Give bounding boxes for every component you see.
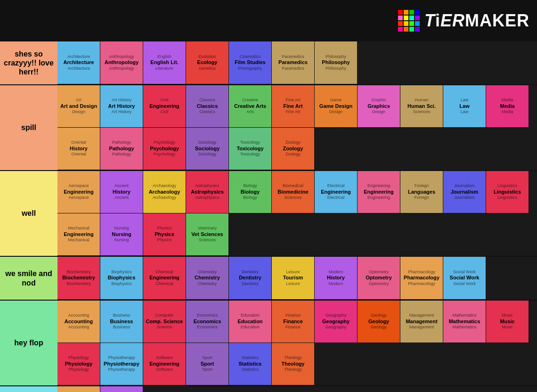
subject-cell[interactable]: EngineeringEngineeringEngineering <box>358 171 400 213</box>
subject-top-label: Education <box>241 313 260 318</box>
subject-cell[interactable]: ArchitectureArchitectureArchitecture <box>57 41 100 84</box>
subject-cell[interactable]: PsychologyPsychologyPsychology <box>143 128 186 170</box>
subject-main-label: Engineering <box>149 361 179 367</box>
subject-cell[interactable]: AnthropologyAnthropologyAnthropology <box>100 41 143 84</box>
subject-cell[interactable]: StatisticsStatisticsStatistics <box>229 343 272 385</box>
subject-cell[interactable]: PhilosophyPhilosophyPhilosophy <box>315 41 358 84</box>
subject-cell[interactable]: SportSportSport <box>186 343 229 385</box>
subject-cell[interactable]: EvolutionEcologyGenetics <box>186 41 229 84</box>
subject-cell[interactable]: ToxicologyToxicologyToxicology <box>229 128 272 170</box>
subject-cell[interactable]: ForeignLanguagesForeign <box>400 171 443 213</box>
subject-cell[interactable]: MediaMediaMedia <box>486 85 529 128</box>
subject-cell[interactable]: HumanHuman Sci.Sciences <box>400 85 443 128</box>
subject-bottom-label: Design <box>372 110 385 114</box>
subject-cell[interactable]: LinguisticsLinguisticsLinguistics <box>486 171 529 213</box>
subject-cell[interactable]: GameGame DesignDesign <box>315 85 358 128</box>
subject-cell[interactable]: PhysiotherapyPhysiotherapyPhysiotherapy <box>100 343 143 385</box>
subject-cell[interactable]: BiophysicsBiophysicsBiophysics <box>100 257 143 300</box>
subject-main-label: Psychology <box>150 146 179 152</box>
subject-cell[interactable]: GeographyGeographyGeography <box>315 301 358 343</box>
subject-bottom-label: Geology <box>371 325 387 330</box>
subject-main-label: Biophysics <box>108 275 136 281</box>
subject-cell[interactable]: MathematicsMathematicsMathematics <box>443 301 486 343</box>
subject-cell[interactable]: AccountingAccountingAccounting <box>57 301 100 343</box>
subject-bottom-label: Astrophysics <box>195 196 219 200</box>
subject-cell[interactable]: LeisureTourismLeisure <box>272 257 315 300</box>
subject-cell[interactable]: MedievalHistoryMedieval <box>100 386 143 392</box>
logo-pixel <box>404 27 408 32</box>
subject-cell[interactable]: ParamedicsParamedicsParamedics <box>272 41 315 84</box>
subject-cell[interactable]: ChemicalEngineeringChemical <box>143 257 186 300</box>
subject-top-label: Geography <box>325 313 347 318</box>
subject-bottom-label: Finance <box>285 325 301 330</box>
subject-cell[interactable]: MusicMusicMusic <box>486 301 529 343</box>
subject-cell[interactable]: AgricultureAgricultureAgriculture <box>57 386 100 392</box>
subject-cell[interactable]: BiologyBiologyBiology <box>229 171 272 213</box>
subject-cell[interactable]: GraphicGraphicsDesign <box>358 85 400 128</box>
logo-pixel <box>398 10 403 15</box>
subject-cell[interactable]: EducationEducationEducation <box>229 301 272 343</box>
subject-cell[interactable]: SociologySociologySociology <box>186 128 229 170</box>
logo-pixel <box>415 16 420 20</box>
subject-cell[interactable]: LawLawLaw <box>443 85 486 128</box>
subject-cell[interactable]: VeterinaryVet SciencesSciences <box>186 213 229 256</box>
subject-top-label: Electrical <box>327 184 345 188</box>
subject-cell[interactable]: PhysicsPhysicsPhysics <box>143 213 186 256</box>
subject-main-label: Engineering <box>64 189 94 195</box>
subject-cell[interactable]: CivilEngineeringCivil <box>143 85 186 128</box>
subject-cell[interactable]: ManagementManagementManagement <box>400 301 443 343</box>
subject-main-label: Mathematics <box>449 318 480 325</box>
subject-cell[interactable]: CinematicsFilm StudiesPhotography <box>229 41 272 84</box>
subject-cell[interactable]: ArchaeologyArchaeologyArchaeology <box>143 171 186 213</box>
subject-cell[interactable]: MechanicalEngineeringMechanical <box>57 213 100 256</box>
subject-top-label: Optometry <box>369 270 389 275</box>
subject-cell[interactable]: CreativeCreative ArtsArts <box>229 85 272 128</box>
subject-cell[interactable]: DentistryDentistryDentistry <box>229 257 272 300</box>
subject-cell[interactable]: ZoologyZoologyZoology <box>272 128 315 170</box>
subject-cell[interactable]: AstrophysicsAstrophysicsAstrophysics <box>186 171 229 213</box>
subject-cell[interactable]: ArtArt and DesignDesign <box>57 85 100 128</box>
subject-cell[interactable]: JournalismJournalismJournalism <box>443 171 486 213</box>
subject-main-label: Fine Art <box>283 103 302 109</box>
subject-cell[interactable]: AerospaceEngineeringAerospace <box>57 171 100 213</box>
subject-cell[interactable]: OrientalHistoryOriental <box>57 128 100 170</box>
subject-main-label: Vet Sciences <box>191 231 223 237</box>
subject-top-label: Accounting <box>68 313 90 318</box>
subject-cell[interactable]: EconomicsEconomicsEconomics <box>186 301 229 343</box>
subject-cell[interactable]: ClassicsClassicsClassics <box>186 85 229 128</box>
logo-pixel <box>404 16 408 20</box>
subject-cell[interactable]: Art HistoryArt HistoryArt History <box>100 85 143 128</box>
subject-cell[interactable]: PathologyPathologyPathology <box>100 128 143 170</box>
subject-cell[interactable]: OptometryOptometryOptometry <box>358 257 400 300</box>
subject-top-label: Anthropology <box>109 55 134 59</box>
subject-bottom-label: Classics <box>199 110 215 114</box>
subject-cell[interactable]: BiochemistryBiochemistryBiochemistry <box>57 257 100 300</box>
subject-cell[interactable]: ElectricalEngineeringElectrical <box>315 171 358 213</box>
subject-bottom-label: Modern <box>329 282 343 286</box>
subject-cell[interactable]: Fine ArtFine ArtFine Art <box>272 85 315 128</box>
subject-bottom-label: Chemistry <box>198 282 217 286</box>
subject-bottom-label: Linguistics <box>497 196 517 200</box>
subject-top-label: Aerospace <box>68 184 89 188</box>
subject-cell[interactable]: NursingNursingNursing <box>100 213 143 256</box>
subject-cell[interactable]: PharmacologyPharmacologyPharmacology <box>400 257 443 300</box>
subject-cell[interactable]: EnglishEnglish Lit.Literature <box>143 41 186 84</box>
subject-cell[interactable]: ChemistryChemistryChemistry <box>186 257 229 300</box>
subject-main-label: Film Studies <box>235 59 265 65</box>
subject-cell[interactable]: BusinessBusinessBusiness <box>100 301 143 343</box>
subject-main-label: Engineering <box>149 103 179 109</box>
subject-cell[interactable]: ComputerComp. ScienceScience <box>143 301 186 343</box>
subject-cell[interactable]: TheologyTheologyTheology <box>272 343 315 385</box>
subject-cell[interactable]: BiomedicalBiomedicineSciences <box>272 171 315 213</box>
subject-cell[interactable]: FinanceFinanceFinance <box>272 301 315 343</box>
subject-bottom-label: Psychology <box>154 152 175 157</box>
subject-cell[interactable]: AncientHistoryAncient <box>100 171 143 213</box>
subject-cell[interactable]: GeologyGeologyGeology <box>358 301 400 343</box>
subject-bottom-label: Toxicology <box>240 152 260 157</box>
subject-cell[interactable]: SoftwareEngineeringSoftware <box>143 343 186 385</box>
subject-cell[interactable]: Social WorkSocial WorkSocial Work <box>443 257 486 300</box>
subject-cell[interactable]: PhysiologyPhysiologyPhysiology <box>57 343 100 385</box>
subject-bottom-label: Software <box>156 368 173 372</box>
subject-cell[interactable]: ModernHistoryModern <box>315 257 358 300</box>
tier-label-tier6: now what is this <box>0 386 57 392</box>
